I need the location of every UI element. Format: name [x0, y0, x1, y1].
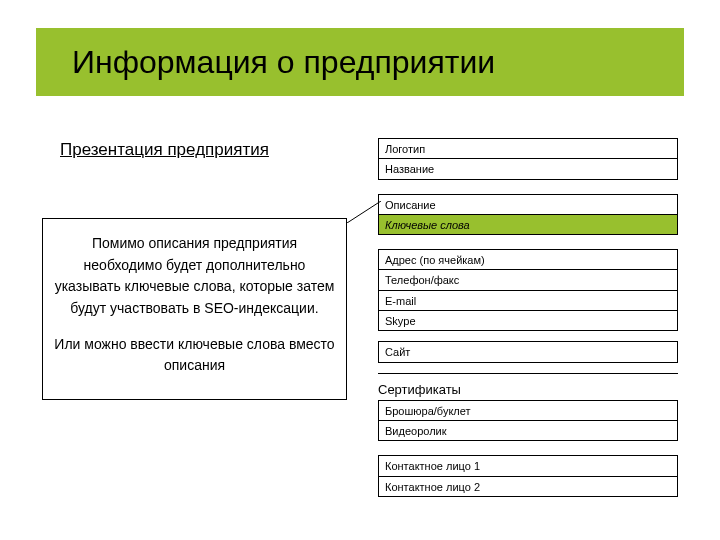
- group-media: Брошюра/буклет Видеоролик: [378, 400, 678, 442]
- group-identity: Логотип Название: [378, 138, 678, 180]
- form-fields-column: Логотип Название Описание Ключевые слова…: [378, 138, 678, 511]
- field-address: Адрес (по ячейкам): [379, 250, 677, 270]
- title-bar: Информация о предприятии: [36, 28, 684, 96]
- group-contacts: Адрес (по ячейкам) Телефон/факс E-mail S…: [378, 249, 678, 331]
- field-contact-1: Контактное лицо 1: [379, 456, 677, 476]
- description-p1: Помимо описания предприятия необходимо б…: [53, 233, 336, 320]
- field-website: Сайт: [379, 342, 677, 361]
- group-description: Описание Ключевые слова: [378, 194, 678, 236]
- group-website: Сайт: [378, 341, 678, 362]
- field-description: Описание: [379, 195, 677, 215]
- field-skype: Skype: [379, 311, 677, 330]
- field-brochure: Брошюра/буклет: [379, 401, 677, 421]
- description-callout: Помимо описания предприятия необходимо б…: [42, 218, 347, 400]
- field-name: Название: [379, 159, 677, 178]
- certificates-label: Сертификаты: [378, 380, 678, 400]
- subtitle: Презентация предприятия: [60, 140, 269, 160]
- divider: [378, 373, 678, 374]
- field-logo: Логотип: [379, 139, 677, 159]
- group-contact-persons: Контактное лицо 1 Контактное лицо 2: [378, 455, 678, 497]
- field-phone: Телефон/факс: [379, 270, 677, 290]
- field-keywords: Ключевые слова: [379, 215, 677, 234]
- field-contact-2: Контактное лицо 2: [379, 477, 677, 496]
- description-p2: Или можно ввести ключевые слова вместо о…: [53, 334, 336, 377]
- svg-line-0: [347, 201, 381, 223]
- connector-line: [347, 201, 381, 223]
- field-video: Видеоролик: [379, 421, 677, 440]
- page-title: Информация о предприятии: [72, 44, 495, 81]
- field-email: E-mail: [379, 291, 677, 311]
